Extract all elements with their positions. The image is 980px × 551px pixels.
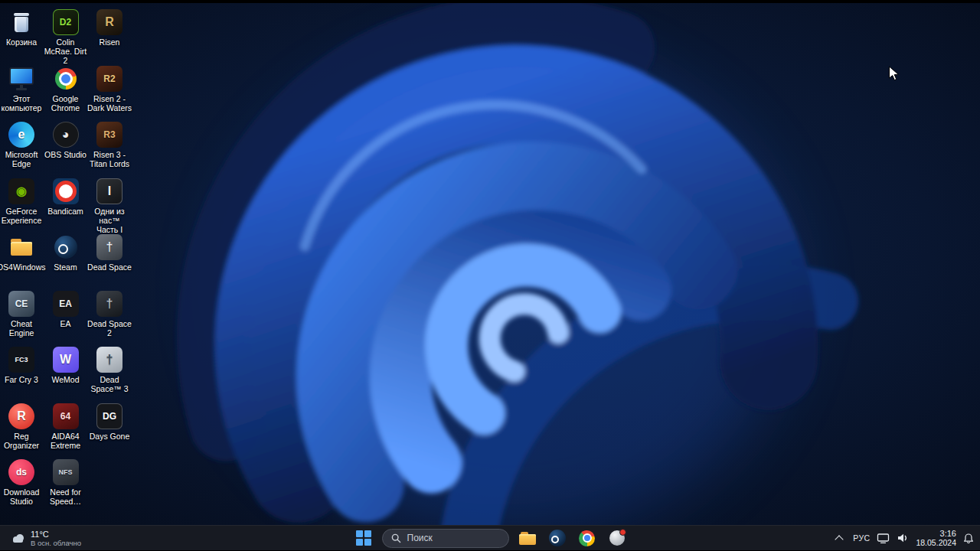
desktop-icon-obs-studio[interactable]: ◕OBS Studio [44,122,88,159]
icon-glyph: R2 [103,74,115,83]
icon-label: GeForce Experience [0,207,44,225]
desktop-icon-ea[interactable]: EAEA [44,291,88,328]
dead-space-3-icon: † [96,347,122,373]
icon-label: DS4Windows [0,262,46,272]
icon-label: Bandicam [47,207,83,216]
icon-label: Reg Organizer [0,432,44,450]
desktop-icon-this-pc[interactable]: Этот компьютер [0,66,44,112]
desktop-icon-risen[interactable]: RRisen [87,9,132,47]
icon-label: Need for Speed… [44,487,88,506]
icon-label: Этот компьютер [0,94,44,112]
tray-date: 18.05.2024 [916,538,956,547]
desktop-icon-dead-space[interactable]: †Dead Space [87,234,132,272]
desktop-icon-download-studio[interactable]: dsDownload Studio [0,459,44,506]
reg-organizer-icon: R [8,403,34,429]
icon-glyph: EA [59,299,72,308]
wemod-icon: W [53,347,79,373]
chrome-icon [579,530,595,546]
clock[interactable]: 3:16 18.05.2024 [916,529,956,547]
google-chrome-icon [53,66,79,92]
icon-glyph: FC3 [15,357,28,364]
desktop-icon-dead-space-2[interactable]: †Dead Space 2 [87,291,132,337]
icon-glyph: DG [103,412,116,421]
chrome-taskbar-button[interactable] [576,527,599,549]
download-studio-icon: ds [8,459,34,485]
steam-taskbar-button[interactable] [546,527,569,549]
desktop-icon-dead-space-3[interactable]: †Dead Space™ 3 [87,347,132,393]
icon-glyph: † [106,354,113,366]
desktop-icons: КорзинаЭтот компьютерeMicrosoft Edge◉GeF… [0,3,980,525]
desktop-icon-ds4windows[interactable]: DS4Windows [0,234,44,272]
dead-space-2-icon: † [96,291,122,317]
far-cry-3-icon: FC3 [8,347,34,373]
risen-3-titan-lords-icon: R3 [96,122,122,148]
desktop-icon-wemod[interactable]: WWeMod [44,347,88,384]
desktop-icon-risen-2-dark-waters[interactable]: R2Risen 2 - Dark Waters [87,66,132,112]
icon-glyph: e [18,129,25,141]
search-box[interactable]: Поиск [382,529,509,548]
icon-glyph: D2 [60,18,71,27]
desktop-icon-cheat-engine[interactable]: CECheat Engine [0,291,44,337]
colin-mcrae-dirt-2-icon: D2 [53,9,79,35]
desktop-icon-far-cry-3[interactable]: FC3Far Cry 3 [0,347,44,384]
chevron-up-icon [835,535,844,543]
desktop-icon-the-last-of-us-part-1[interactable]: IОдни из нас™ Часть I [87,178,132,234]
desktop-icon-days-gone[interactable]: DGDays Gone [87,403,132,441]
desktop-icon-bandicam[interactable]: Bandicam [44,178,88,216]
icon-label: Dead Space 2 [87,319,132,337]
icon-label: Colin McRae. Dirt 2 [44,37,88,65]
icon-glyph: R3 [103,130,115,139]
dead-space-icon: † [96,234,122,260]
microsoft-edge-icon: e [8,122,34,148]
this-pc-icon [8,66,34,92]
cheat-engine-icon: CE [8,291,34,317]
file-explorer-button[interactable] [516,527,539,549]
the-last-of-us-part-1-icon: I [96,178,122,204]
icon-label: Google Chrome [44,94,88,112]
icon-glyph: ◉ [16,185,27,197]
icon-label: Microsoft Edge [0,150,44,168]
icon-label: Dead Space [87,262,132,272]
icon-label: Steam [54,262,77,272]
desktop-icon-aida64-extreme[interactable]: 64AIDA64 Extreme [44,403,88,450]
aida64-extreme-icon: 64 [53,403,79,429]
desktop-icon-google-chrome[interactable]: Google Chrome [44,66,88,112]
icon-label: WeMod [52,375,80,384]
icon-glyph: W [60,354,71,366]
icon-glyph: 64 [60,412,70,421]
icon-label: Days Gone [90,432,130,441]
desktop-icon-reg-organizer[interactable]: RReg Organizer [0,403,44,450]
icon-label: Risen 2 - Dark Waters [87,94,132,112]
desktop: КорзинаЭтот компьютерeMicrosoft Edge◉GeF… [0,3,980,525]
icon-glyph: ds [16,468,27,477]
bandicam-icon [53,178,79,204]
desktop-icon-steam[interactable]: Steam [44,234,88,272]
language-indicator[interactable]: РУС [853,533,870,543]
days-gone-icon: DG [96,403,122,429]
desktop-icon-risen-3-titan-lords[interactable]: R3Risen 3 - Titan Lords [87,122,132,168]
desktop-icon-geforce-experience[interactable]: ◉GeForce Experience [0,178,44,225]
tray-time: 3:16 [940,529,956,538]
desktop-icon-need-for-speed[interactable]: NFSNeed for Speed… [44,459,88,506]
icon-label: Far Cry 3 [5,375,38,384]
risen-icon: R [96,9,122,35]
icon-label: Одни из нас™ Часть I [87,207,132,234]
notifications-bell-icon[interactable] [963,533,974,544]
desktop-icon-recycle-bin[interactable]: Корзина [0,9,44,47]
pinned-app-button[interactable] [606,527,629,549]
risen-2-dark-waters-icon: R2 [96,66,122,92]
recycle-bin-icon [8,9,34,35]
search-icon [391,533,401,543]
icon-label: Корзина [6,37,37,47]
network-icon[interactable] [877,533,890,544]
tray-overflow-button[interactable] [832,527,846,549]
icon-glyph: CE [15,299,28,308]
icon-glyph: I [108,185,111,197]
icon-glyph: NFS [59,469,73,476]
steam-icon [53,234,79,260]
desktop-icon-microsoft-edge[interactable]: eMicrosoft Edge [0,122,44,168]
geforce-experience-icon: ◉ [8,178,34,204]
volume-icon[interactable] [897,533,909,543]
start-button[interactable] [352,527,375,549]
desktop-icon-colin-mcrae-dirt-2[interactable]: D2Colin McRae. Dirt 2 [44,9,88,65]
